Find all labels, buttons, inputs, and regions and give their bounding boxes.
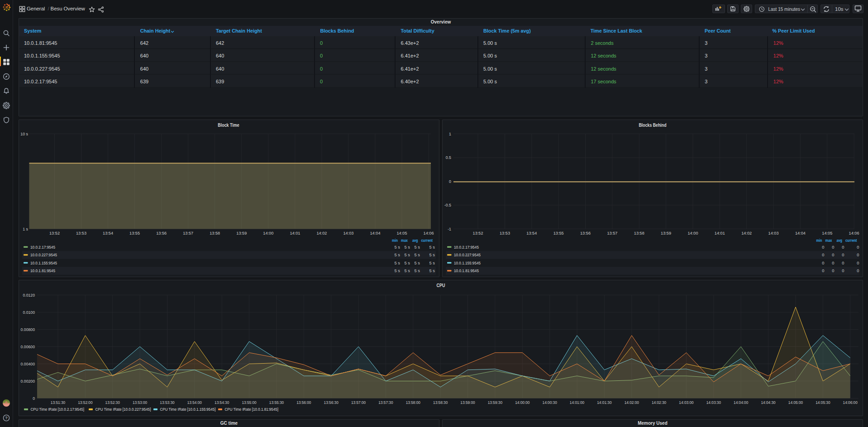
- svg-text:13:58: 13:58: [634, 231, 644, 235]
- svg-text:14:00:30: 14:00:30: [543, 400, 558, 405]
- svg-text:min: min: [392, 238, 398, 243]
- svg-text:avg: avg: [837, 238, 843, 243]
- svg-text:0: 0: [832, 261, 834, 265]
- svg-text:0: 0: [857, 245, 859, 249]
- svg-text:5 s: 5 s: [415, 261, 420, 265]
- svg-text:13:54: 13:54: [103, 231, 113, 235]
- svg-text:13:53: 13:53: [76, 231, 86, 235]
- svg-text:13:51:30: 13:51:30: [51, 400, 66, 405]
- svg-text:13:57: 13:57: [183, 231, 193, 235]
- svg-text:14:01:30: 14:01:30: [597, 400, 612, 405]
- svg-text:14:02: 14:02: [316, 231, 327, 235]
- svg-text:13:58:00: 13:58:00: [406, 400, 421, 405]
- svg-text:5 s: 5 s: [429, 261, 435, 265]
- svg-text:14:04: 14:04: [795, 231, 806, 235]
- svg-text:13:53:30: 13:53:30: [160, 400, 175, 405]
- svg-text:CPU Time IRate [10.0.0.227:954: CPU Time IRate [10.0.0.227:9545]: [95, 407, 151, 412]
- svg-text:14:03:00: 14:03:00: [679, 400, 694, 405]
- svg-text:CPU Time IRate [10.0.1.155:954: CPU Time IRate [10.0.1.155:9545]: [160, 407, 216, 412]
- svg-text:13:56: 13:56: [156, 231, 167, 235]
- svg-text:14:01: 14:01: [715, 231, 725, 235]
- svg-text:0: 0: [842, 269, 844, 273]
- svg-text:13:52: 13:52: [49, 231, 60, 235]
- svg-text:10.0.1.155:9545: 10.0.1.155:9545: [454, 260, 481, 265]
- svg-text:5 s: 5 s: [395, 245, 401, 249]
- svg-text:14:01:00: 14:01:00: [570, 400, 585, 405]
- svg-text:13:59:30: 13:59:30: [488, 400, 503, 405]
- svg-text:5 s: 5 s: [395, 269, 401, 273]
- svg-text:10.0.0.227:9545: 10.0.0.227:9545: [30, 252, 57, 257]
- svg-text:13:56:00: 13:56:00: [296, 400, 311, 405]
- svg-text:10 s: 10 s: [20, 132, 28, 136]
- svg-text:13:52:00: 13:52:00: [78, 400, 93, 405]
- svg-text:Blocks Behind: Blocks Behind: [639, 122, 667, 128]
- svg-text:5 s: 5 s: [429, 253, 435, 257]
- svg-text:5 s: 5 s: [429, 269, 435, 273]
- svg-text:13:54:30: 13:54:30: [215, 400, 229, 405]
- svg-text:0.0100: 0.0100: [23, 310, 35, 315]
- svg-text:current: current: [421, 238, 433, 243]
- svg-text:max: max: [825, 238, 833, 243]
- svg-text:0.00600: 0.00600: [21, 345, 35, 349]
- svg-text:5 s: 5 s: [405, 245, 410, 249]
- svg-text:13:58: 13:58: [210, 231, 220, 235]
- svg-text:?: ?: [5, 416, 8, 420]
- svg-text:14:04:00: 14:04:00: [734, 400, 749, 405]
- svg-text:0.00400: 0.00400: [21, 362, 35, 366]
- svg-text:14:02: 14:02: [741, 231, 752, 235]
- svg-text:14:05:30: 14:05:30: [816, 400, 830, 405]
- svg-text:0: 0: [842, 261, 844, 265]
- svg-text:10.0.1.81:9545: 10.0.1.81:9545: [454, 268, 479, 273]
- svg-text:14:04: 14:04: [370, 231, 381, 235]
- svg-text:13:58:30: 13:58:30: [433, 400, 448, 405]
- svg-text:0.5: 0.5: [446, 155, 451, 160]
- svg-text:13:57:00: 13:57:00: [351, 400, 366, 405]
- svg-text:14:04:30: 14:04:30: [761, 400, 776, 405]
- svg-text:13:55: 13:55: [553, 231, 564, 235]
- svg-text:current: current: [845, 238, 857, 243]
- svg-text:0: 0: [822, 253, 824, 257]
- svg-text:13:52: 13:52: [473, 231, 483, 235]
- svg-text:13:59: 13:59: [236, 231, 247, 235]
- svg-text:0: 0: [857, 253, 859, 257]
- svg-text:14:05:00: 14:05:00: [788, 400, 803, 405]
- svg-text:5 s: 5 s: [415, 253, 420, 257]
- svg-text:0: 0: [842, 253, 844, 257]
- svg-text:13:57: 13:57: [607, 231, 617, 235]
- svg-text:13:56:30: 13:56:30: [324, 400, 339, 405]
- svg-text:5 s: 5 s: [395, 253, 401, 257]
- svg-text:0.00800: 0.00800: [21, 327, 35, 332]
- svg-text:0.00200: 0.00200: [21, 379, 35, 384]
- svg-text:min: min: [816, 238, 822, 243]
- svg-text:10.0.2.17:9545: 10.0.2.17:9545: [30, 245, 55, 249]
- svg-text:5 s: 5 s: [395, 261, 401, 265]
- svg-text:0: 0: [33, 396, 35, 401]
- svg-text:13:55:30: 13:55:30: [269, 400, 284, 405]
- svg-text:14:03:30: 14:03:30: [706, 400, 721, 405]
- svg-text:14:01: 14:01: [290, 231, 300, 235]
- svg-text:5 s: 5 s: [405, 261, 410, 265]
- svg-text:Block Time: Block Time: [218, 122, 239, 128]
- svg-text:14:03: 14:03: [768, 231, 779, 235]
- svg-text:14:06: 14:06: [424, 231, 434, 235]
- svg-text:14:02:30: 14:02:30: [652, 400, 667, 405]
- svg-text:5 s: 5 s: [429, 245, 435, 249]
- svg-text:14:05: 14:05: [822, 231, 832, 235]
- svg-text:avg: avg: [412, 238, 418, 243]
- svg-text:0: 0: [822, 261, 824, 265]
- svg-text:10.0.0.227:9545: 10.0.0.227:9545: [454, 252, 481, 257]
- svg-text:14:02:00: 14:02:00: [625, 400, 639, 405]
- svg-text:14:03: 14:03: [343, 231, 353, 235]
- svg-text:14:06: 14:06: [849, 231, 859, 235]
- svg-text:0: 0: [832, 269, 834, 273]
- svg-text:1 s: 1 s: [23, 227, 28, 231]
- svg-text:13:52:30: 13:52:30: [105, 400, 120, 405]
- svg-text:CPU: CPU: [437, 283, 445, 288]
- svg-text:10.0.1.155:9545: 10.0.1.155:9545: [30, 260, 57, 265]
- svg-text:13:59:00: 13:59:00: [460, 400, 475, 405]
- svg-text:10.0.1.81:9545: 10.0.1.81:9545: [30, 268, 55, 273]
- svg-text:5 s: 5 s: [415, 269, 420, 273]
- svg-text:-0.5: -0.5: [444, 203, 451, 207]
- svg-text:-1: -1: [448, 227, 451, 231]
- svg-text:13:53:00: 13:53:00: [133, 400, 148, 405]
